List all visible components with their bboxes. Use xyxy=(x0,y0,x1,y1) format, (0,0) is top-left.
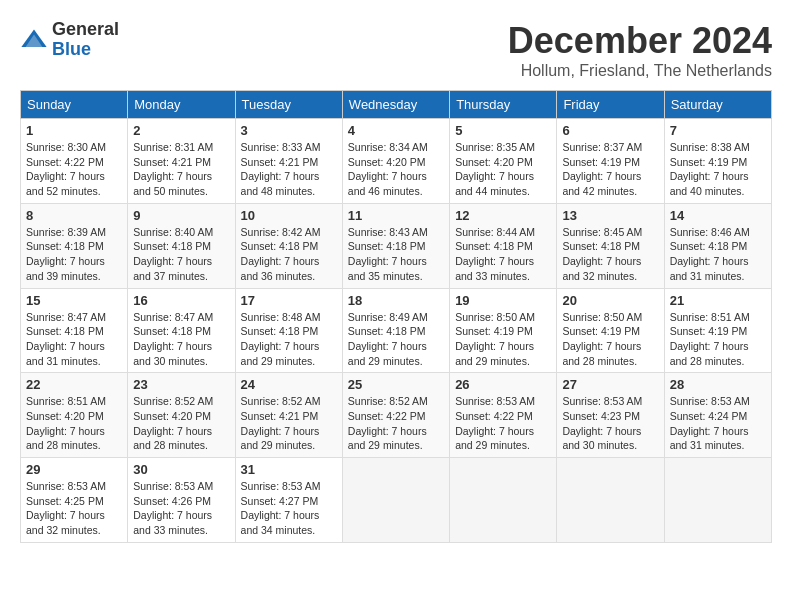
calendar-cell xyxy=(557,458,664,543)
calendar-cell: 18 Sunrise: 8:49 AMSunset: 4:18 PMDaylig… xyxy=(342,288,449,373)
day-number: 8 xyxy=(26,208,122,223)
calendar-cell: 27 Sunrise: 8:53 AMSunset: 4:23 PMDaylig… xyxy=(557,373,664,458)
calendar-table: SundayMondayTuesdayWednesdayThursdayFrid… xyxy=(20,90,772,543)
day-info: Sunrise: 8:51 AMSunset: 4:20 PMDaylight:… xyxy=(26,395,106,451)
calendar-cell: 30 Sunrise: 8:53 AMSunset: 4:26 PMDaylig… xyxy=(128,458,235,543)
day-info: Sunrise: 8:53 AMSunset: 4:22 PMDaylight:… xyxy=(455,395,535,451)
calendar-cell: 22 Sunrise: 8:51 AMSunset: 4:20 PMDaylig… xyxy=(21,373,128,458)
day-info: Sunrise: 8:53 AMSunset: 4:26 PMDaylight:… xyxy=(133,480,213,536)
calendar-cell: 21 Sunrise: 8:51 AMSunset: 4:19 PMDaylig… xyxy=(664,288,771,373)
day-info: Sunrise: 8:53 AMSunset: 4:24 PMDaylight:… xyxy=(670,395,750,451)
day-number: 25 xyxy=(348,377,444,392)
calendar-cell xyxy=(664,458,771,543)
calendar-week-4: 22 Sunrise: 8:51 AMSunset: 4:20 PMDaylig… xyxy=(21,373,772,458)
calendar-cell: 19 Sunrise: 8:50 AMSunset: 4:19 PMDaylig… xyxy=(450,288,557,373)
calendar-cell: 26 Sunrise: 8:53 AMSunset: 4:22 PMDaylig… xyxy=(450,373,557,458)
day-info: Sunrise: 8:47 AMSunset: 4:18 PMDaylight:… xyxy=(26,311,106,367)
calendar-cell: 28 Sunrise: 8:53 AMSunset: 4:24 PMDaylig… xyxy=(664,373,771,458)
day-info: Sunrise: 8:40 AMSunset: 4:18 PMDaylight:… xyxy=(133,226,213,282)
day-info: Sunrise: 8:52 AMSunset: 4:21 PMDaylight:… xyxy=(241,395,321,451)
calendar-cell: 10 Sunrise: 8:42 AMSunset: 4:18 PMDaylig… xyxy=(235,203,342,288)
day-number: 19 xyxy=(455,293,551,308)
day-info: Sunrise: 8:44 AMSunset: 4:18 PMDaylight:… xyxy=(455,226,535,282)
day-number: 6 xyxy=(562,123,658,138)
day-info: Sunrise: 8:53 AMSunset: 4:25 PMDaylight:… xyxy=(26,480,106,536)
calendar-cell: 12 Sunrise: 8:44 AMSunset: 4:18 PMDaylig… xyxy=(450,203,557,288)
day-number: 15 xyxy=(26,293,122,308)
day-header-sunday: Sunday xyxy=(21,91,128,119)
day-header-thursday: Thursday xyxy=(450,91,557,119)
day-info: Sunrise: 8:37 AMSunset: 4:19 PMDaylight:… xyxy=(562,141,642,197)
day-number: 5 xyxy=(455,123,551,138)
day-header-saturday: Saturday xyxy=(664,91,771,119)
calendar-cell: 5 Sunrise: 8:35 AMSunset: 4:20 PMDayligh… xyxy=(450,119,557,204)
calendar-cell: 31 Sunrise: 8:53 AMSunset: 4:27 PMDaylig… xyxy=(235,458,342,543)
calendar-cell: 14 Sunrise: 8:46 AMSunset: 4:18 PMDaylig… xyxy=(664,203,771,288)
day-number: 20 xyxy=(562,293,658,308)
day-number: 3 xyxy=(241,123,337,138)
calendar-cell: 20 Sunrise: 8:50 AMSunset: 4:19 PMDaylig… xyxy=(557,288,664,373)
calendar-cell: 23 Sunrise: 8:52 AMSunset: 4:20 PMDaylig… xyxy=(128,373,235,458)
day-number: 29 xyxy=(26,462,122,477)
day-info: Sunrise: 8:47 AMSunset: 4:18 PMDaylight:… xyxy=(133,311,213,367)
calendar-cell: 17 Sunrise: 8:48 AMSunset: 4:18 PMDaylig… xyxy=(235,288,342,373)
day-number: 16 xyxy=(133,293,229,308)
calendar-cell: 13 Sunrise: 8:45 AMSunset: 4:18 PMDaylig… xyxy=(557,203,664,288)
day-info: Sunrise: 8:48 AMSunset: 4:18 PMDaylight:… xyxy=(241,311,321,367)
day-info: Sunrise: 8:51 AMSunset: 4:19 PMDaylight:… xyxy=(670,311,750,367)
calendar-header-row: SundayMondayTuesdayWednesdayThursdayFrid… xyxy=(21,91,772,119)
calendar-week-1: 1 Sunrise: 8:30 AMSunset: 4:22 PMDayligh… xyxy=(21,119,772,204)
title-section: December 2024 Hollum, Friesland, The Net… xyxy=(508,20,772,80)
month-title: December 2024 xyxy=(508,20,772,62)
day-info: Sunrise: 8:35 AMSunset: 4:20 PMDaylight:… xyxy=(455,141,535,197)
day-number: 11 xyxy=(348,208,444,223)
logo-blue: Blue xyxy=(52,40,119,60)
day-info: Sunrise: 8:33 AMSunset: 4:21 PMDaylight:… xyxy=(241,141,321,197)
day-number: 7 xyxy=(670,123,766,138)
day-info: Sunrise: 8:52 AMSunset: 4:20 PMDaylight:… xyxy=(133,395,213,451)
day-header-tuesday: Tuesday xyxy=(235,91,342,119)
calendar-cell: 8 Sunrise: 8:39 AMSunset: 4:18 PMDayligh… xyxy=(21,203,128,288)
calendar-week-2: 8 Sunrise: 8:39 AMSunset: 4:18 PMDayligh… xyxy=(21,203,772,288)
location-title: Hollum, Friesland, The Netherlands xyxy=(508,62,772,80)
logo: General Blue xyxy=(20,20,119,60)
day-number: 28 xyxy=(670,377,766,392)
day-info: Sunrise: 8:45 AMSunset: 4:18 PMDaylight:… xyxy=(562,226,642,282)
day-info: Sunrise: 8:30 AMSunset: 4:22 PMDaylight:… xyxy=(26,141,106,197)
day-number: 9 xyxy=(133,208,229,223)
day-info: Sunrise: 8:39 AMSunset: 4:18 PMDaylight:… xyxy=(26,226,106,282)
logo-text: General Blue xyxy=(52,20,119,60)
day-info: Sunrise: 8:38 AMSunset: 4:19 PMDaylight:… xyxy=(670,141,750,197)
day-info: Sunrise: 8:42 AMSunset: 4:18 PMDaylight:… xyxy=(241,226,321,282)
page-header: General Blue December 2024 Hollum, Fries… xyxy=(20,20,772,80)
calendar-cell: 4 Sunrise: 8:34 AMSunset: 4:20 PMDayligh… xyxy=(342,119,449,204)
day-number: 26 xyxy=(455,377,551,392)
day-number: 31 xyxy=(241,462,337,477)
day-info: Sunrise: 8:52 AMSunset: 4:22 PMDaylight:… xyxy=(348,395,428,451)
day-header-wednesday: Wednesday xyxy=(342,91,449,119)
calendar-cell: 15 Sunrise: 8:47 AMSunset: 4:18 PMDaylig… xyxy=(21,288,128,373)
calendar-cell: 25 Sunrise: 8:52 AMSunset: 4:22 PMDaylig… xyxy=(342,373,449,458)
day-number: 21 xyxy=(670,293,766,308)
calendar-cell: 6 Sunrise: 8:37 AMSunset: 4:19 PMDayligh… xyxy=(557,119,664,204)
day-info: Sunrise: 8:50 AMSunset: 4:19 PMDaylight:… xyxy=(562,311,642,367)
day-number: 17 xyxy=(241,293,337,308)
day-number: 27 xyxy=(562,377,658,392)
day-number: 23 xyxy=(133,377,229,392)
day-info: Sunrise: 8:46 AMSunset: 4:18 PMDaylight:… xyxy=(670,226,750,282)
day-number: 14 xyxy=(670,208,766,223)
calendar-cell: 9 Sunrise: 8:40 AMSunset: 4:18 PMDayligh… xyxy=(128,203,235,288)
day-header-friday: Friday xyxy=(557,91,664,119)
day-number: 1 xyxy=(26,123,122,138)
calendar-cell: 3 Sunrise: 8:33 AMSunset: 4:21 PMDayligh… xyxy=(235,119,342,204)
calendar-cell: 7 Sunrise: 8:38 AMSunset: 4:19 PMDayligh… xyxy=(664,119,771,204)
calendar-cell: 16 Sunrise: 8:47 AMSunset: 4:18 PMDaylig… xyxy=(128,288,235,373)
day-number: 2 xyxy=(133,123,229,138)
day-info: Sunrise: 8:43 AMSunset: 4:18 PMDaylight:… xyxy=(348,226,428,282)
day-number: 24 xyxy=(241,377,337,392)
day-number: 13 xyxy=(562,208,658,223)
calendar-cell: 1 Sunrise: 8:30 AMSunset: 4:22 PMDayligh… xyxy=(21,119,128,204)
calendar-week-5: 29 Sunrise: 8:53 AMSunset: 4:25 PMDaylig… xyxy=(21,458,772,543)
day-number: 22 xyxy=(26,377,122,392)
calendar-cell xyxy=(450,458,557,543)
